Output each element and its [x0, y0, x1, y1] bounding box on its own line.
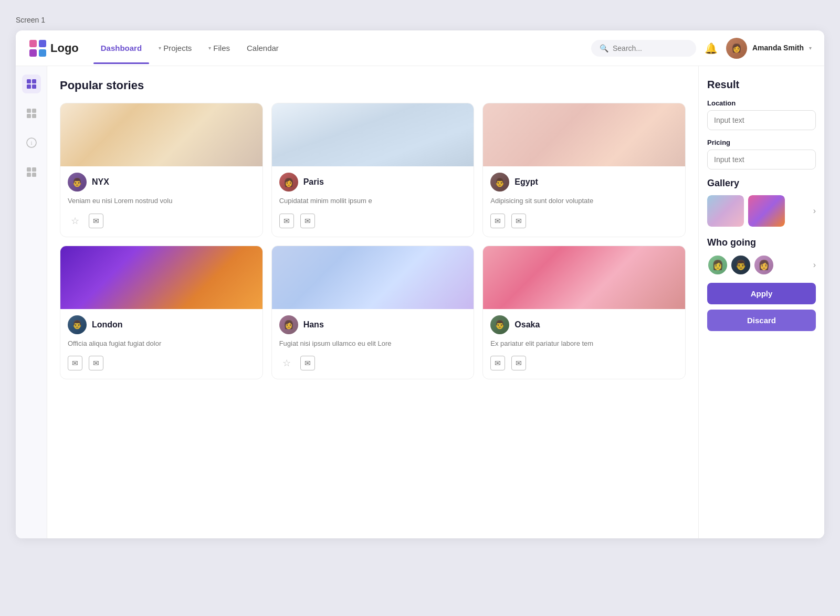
- search-input[interactable]: [613, 44, 688, 52]
- card-actions-nyx: ☆ ✉: [60, 214, 262, 228]
- mail-icon-osaka2[interactable]: ✉: [511, 356, 526, 370]
- app-window: Logo Dashboard ▾ Projects ▾ Files Calend…: [16, 30, 824, 538]
- logo[interactable]: Logo: [28, 39, 79, 58]
- card-avatar-paris: 👩: [279, 173, 298, 192]
- card-body-nyx: 👨 NYX Veniam eu nisi Lorem nostrud volu: [60, 166, 262, 214]
- sidebar-item-info[interactable]: i: [22, 133, 41, 152]
- chevron-down-icon: ▾: [159, 45, 161, 51]
- mail-icon-paris2[interactable]: ✉: [300, 214, 315, 228]
- mail-icon-paris1[interactable]: ✉: [279, 214, 294, 228]
- mail-icon-nyx[interactable]: ✉: [89, 214, 103, 228]
- star-icon-nyx[interactable]: ☆: [68, 214, 82, 228]
- mail-icon-egypt2[interactable]: ✉: [511, 214, 526, 228]
- logo-icon: [28, 39, 47, 58]
- card-body-egypt: 👨 Egypt Adipisicing sit sunt dolor volup…: [483, 166, 685, 214]
- gallery-next-icon[interactable]: ›: [813, 206, 816, 216]
- nav-item-dashboard[interactable]: Dashboard: [93, 39, 149, 57]
- card-actions-paris: ✉ ✉: [272, 214, 474, 228]
- nav-right: 🔍 🔔 👩 Amanda Smith ▾: [591, 38, 812, 59]
- card-nyx: 👨 NYX Veniam eu nisi Lorem nostrud volu …: [60, 103, 263, 237]
- mail-icon-london2[interactable]: ✉: [89, 356, 103, 370]
- card-desc-osaka: Ex pariatur elit pariatur labore tem: [490, 338, 678, 349]
- user-chevron-icon: ▾: [809, 45, 812, 51]
- svg-rect-1: [39, 40, 46, 47]
- search-box[interactable]: 🔍: [591, 40, 696, 57]
- star-icon-hans[interactable]: ☆: [279, 356, 294, 370]
- card-author-egypt: 👨 Egypt: [490, 173, 678, 192]
- card-avatar-hans: 👩: [279, 315, 298, 334]
- card-title-nyx: NYX: [92, 177, 109, 187]
- card-avatar-london: 👨: [68, 315, 87, 334]
- search-icon: 🔍: [600, 44, 608, 52]
- card-author-london: 👨 London: [68, 315, 255, 334]
- svg-rect-10: [27, 114, 31, 118]
- mail-icon-egypt1[interactable]: ✉: [490, 214, 505, 228]
- card-hans: 👩 Hans Fugiat nisi ipsum ullamco eu elit…: [271, 246, 475, 380]
- card-body-paris: 👩 Paris Cupidatat minim mollit ipsum e: [272, 166, 474, 214]
- card-image-paris: [272, 103, 474, 166]
- who-going-row: 👩 👨 👩 ›: [707, 254, 816, 275]
- card-actions-osaka: ✉ ✉: [483, 356, 685, 370]
- svg-rect-0: [29, 40, 37, 47]
- card-desc-paris: Cupidatat minim mollit ipsum e: [279, 196, 467, 206]
- card-body-hans: 👩 Hans Fugiat nisi ipsum ullamco eu elit…: [272, 309, 474, 356]
- nav-label-dashboard: Dashboard: [101, 44, 142, 52]
- svg-rect-17: [32, 173, 36, 177]
- card-avatar-egypt: 👨: [490, 173, 509, 192]
- card-image-nyx: [60, 103, 262, 166]
- nav-label-calendar: Calendar: [247, 44, 279, 52]
- apply-button[interactable]: Apply: [707, 283, 816, 304]
- gallery-title: Gallery: [707, 178, 816, 189]
- nav-item-calendar[interactable]: Calendar: [239, 39, 286, 57]
- mail-icon-osaka1[interactable]: ✉: [490, 356, 505, 370]
- main-layout: i Popular stories: [16, 66, 824, 538]
- gallery-thumb-1[interactable]: [707, 195, 744, 227]
- card-image-egypt: [483, 103, 685, 166]
- card-actions-egypt: ✉ ✉: [483, 214, 685, 228]
- sidebar: i: [16, 66, 47, 538]
- card-paris: 👩 Paris Cupidatat minim mollit ipsum e ✉…: [271, 103, 475, 237]
- who-avatar-3: 👩: [753, 254, 774, 275]
- gallery-row: ›: [707, 195, 816, 227]
- pricing-input[interactable]: [707, 150, 816, 169]
- mail-icon-london1[interactable]: ✉: [68, 356, 82, 370]
- card-actions-hans: ☆ ✉: [272, 356, 474, 370]
- sidebar-item-grid1[interactable]: [22, 75, 41, 93]
- content-area: Popular stories 👨 NYX Veniam eu nisi Lor…: [47, 66, 698, 538]
- nav-item-projects[interactable]: ▾ Projects: [151, 39, 199, 57]
- avatar-face: 👩: [726, 38, 747, 59]
- who-going-next-icon[interactable]: ›: [813, 260, 816, 270]
- card-london: 👨 London Officia aliqua fugiat fugiat do…: [60, 246, 263, 380]
- who-going-section: Who going 👩 👨 👩 › Apply Discard: [707, 237, 816, 331]
- mail-icon-hans[interactable]: ✉: [300, 356, 315, 370]
- user-area[interactable]: 👩 Amanda Smith ▾: [726, 38, 812, 59]
- card-body-osaka: 👨 Osaka Ex pariatur elit pariatur labore…: [483, 309, 685, 356]
- bell-icon[interactable]: 🔔: [705, 42, 718, 55]
- result-title: Result: [707, 79, 816, 91]
- user-avatar: 👩: [726, 38, 747, 59]
- user-name: Amanda Smith: [752, 43, 804, 52]
- card-desc-nyx: Veniam eu nisi Lorem nostrud volu: [68, 196, 255, 206]
- svg-text:i: i: [30, 140, 32, 146]
- card-title-hans: Hans: [303, 320, 324, 330]
- card-image-hans: [272, 246, 474, 309]
- card-desc-london: Officia aliqua fugiat fugiat dolor: [68, 338, 255, 349]
- gallery-thumb-2[interactable]: [748, 195, 785, 227]
- card-actions-london: ✉ ✉: [60, 356, 262, 370]
- card-image-osaka: [483, 246, 685, 309]
- navbar: Logo Dashboard ▾ Projects ▾ Files Calend…: [16, 30, 824, 66]
- sidebar-item-grid2[interactable]: [22, 104, 41, 123]
- svg-rect-4: [27, 79, 31, 83]
- card-author-osaka: 👨 Osaka: [490, 315, 678, 334]
- pricing-label: Pricing: [707, 139, 816, 146]
- location-input[interactable]: [707, 110, 816, 130]
- gallery-section: Gallery ›: [707, 178, 816, 227]
- nav-label-projects: Projects: [163, 44, 192, 52]
- sidebar-item-grid3[interactable]: [22, 163, 41, 182]
- nav-item-files[interactable]: ▾ Files: [201, 39, 237, 57]
- discard-button[interactable]: Discard: [707, 310, 816, 331]
- card-desc-egypt: Adipisicing sit sunt dolor voluptate: [490, 196, 678, 206]
- section-title: Popular stories: [60, 79, 686, 92]
- svg-rect-3: [39, 49, 46, 57]
- right-panel: Result Location Pricing Gallery › W: [698, 66, 824, 538]
